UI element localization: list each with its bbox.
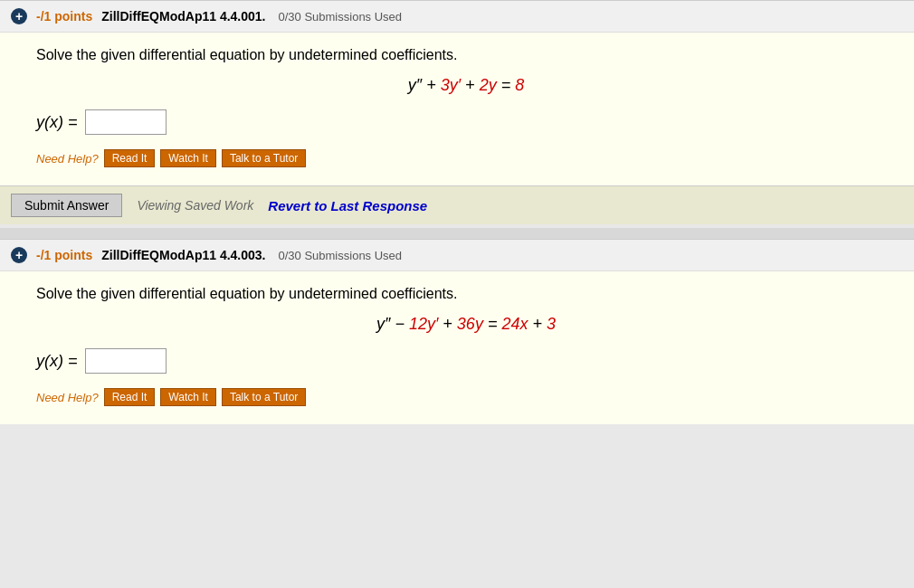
- problem-id-1: ZillDiffEQModAp11 4.4.001.: [101, 9, 265, 24]
- submit-row-1: Submit Answer Viewing Saved Work Revert …: [0, 185, 914, 224]
- problem-id-2: ZillDiffEQModAp11 4.4.003.: [101, 248, 265, 262]
- answer-label-2: y(x) =: [36, 352, 78, 371]
- watch-it-button-2[interactable]: Watch It: [160, 388, 216, 406]
- expand-icon-2[interactable]: +: [11, 247, 27, 263]
- points-label-2: -/1 points: [36, 248, 92, 262]
- answer-input-1[interactable]: [85, 109, 167, 135]
- expand-icon-1[interactable]: +: [11, 8, 27, 24]
- answer-row-2: y(x) =: [36, 348, 896, 374]
- question-1-header: + -/1 points ZillDiffEQModAp11 4.4.001. …: [0, 1, 914, 33]
- revert-link-1[interactable]: Revert to Last Response: [268, 198, 427, 213]
- points-label-1: -/1 points: [36, 9, 92, 24]
- section-divider: [0, 228, 914, 239]
- answer-input-2[interactable]: [85, 348, 167, 374]
- watch-it-button-1[interactable]: Watch It: [160, 149, 216, 167]
- talk-to-tutor-button-2[interactable]: Talk to a Tutor: [222, 388, 306, 406]
- submissions-1: 0/30 Submissions Used: [279, 10, 403, 24]
- question-1-body: Solve the given differential equation by…: [0, 33, 914, 185]
- help-row-2: Need Help? Read It Watch It Talk to a Tu…: [36, 388, 896, 406]
- need-help-label-2: Need Help?: [36, 391, 99, 404]
- help-row-1: Need Help? Read It Watch It Talk to a Tu…: [36, 149, 896, 167]
- answer-label-1: y(x) =: [36, 113, 78, 132]
- read-it-button-1[interactable]: Read It: [104, 149, 156, 167]
- question-2-header: + -/1 points ZillDiffEQModAp11 4.4.003. …: [0, 240, 914, 271]
- question-2: + -/1 points ZillDiffEQModAp11 4.4.003. …: [0, 239, 914, 424]
- read-it-button-2[interactable]: Read It: [104, 388, 156, 406]
- need-help-label-1: Need Help?: [36, 152, 99, 166]
- answer-row-1: y(x) =: [36, 109, 896, 135]
- equation-2: y″ − 12y′ + 36y = 24x + 3: [36, 315, 896, 334]
- problem-text-1: Solve the given differential equation by…: [36, 47, 896, 63]
- submit-button-1[interactable]: Submit Answer: [11, 194, 122, 217]
- submissions-2: 0/30 Submissions Used: [279, 249, 403, 262]
- problem-text-2: Solve the given differential equation by…: [36, 286, 896, 302]
- question-1: + -/1 points ZillDiffEQModAp11 4.4.001. …: [0, 0, 914, 224]
- talk-to-tutor-button-1[interactable]: Talk to a Tutor: [222, 149, 306, 167]
- viewing-saved-work-1: Viewing Saved Work: [137, 198, 253, 213]
- equation-1: y″ + 3y′ + 2y = 8: [36, 76, 896, 95]
- question-2-body: Solve the given differential equation by…: [0, 271, 914, 424]
